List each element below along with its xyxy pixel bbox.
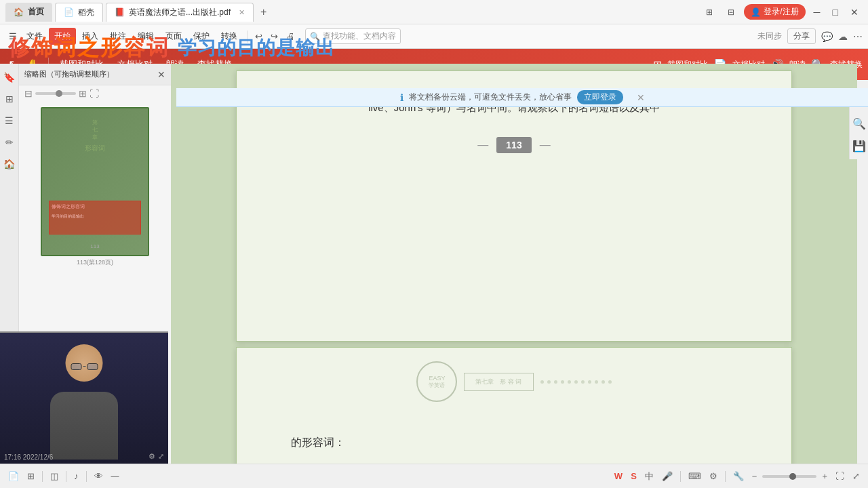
bottom-page-icon[interactable]: 📄 (5, 470, 22, 483)
dot-2 (547, 380, 551, 384)
wps-doc-icon[interactable]: W (612, 470, 625, 483)
expand-icon[interactable]: ⋯ (853, 31, 863, 42)
tab-wps[interactable]: 📄 稻壳 (55, 3, 103, 22)
menu-comment[interactable]: 批注 (104, 28, 132, 45)
menu-page[interactable]: 页面 (160, 28, 187, 45)
thumbnail-chapter: 第 七 章 形容词 (85, 119, 105, 153)
close-tab-icon[interactable]: ✕ (239, 8, 245, 17)
main-toolbar: ☰ 文件 开始 插入 批注 编辑 页面 保护 转换 ↩ ↪ 🖨 🔍 查找功能、文… (0, 24, 868, 49)
camera-controls: ⚙ ⤢ (149, 452, 164, 461)
minimize-button[interactable]: ⊞ (701, 6, 718, 18)
bottom-eye-icon[interactable]: 👁 (92, 470, 106, 483)
adjective-intro: 的形容词： (291, 436, 737, 450)
keyboard-icon[interactable]: ⌨ (686, 470, 704, 483)
add-tab-button[interactable]: + (256, 6, 271, 18)
zoom-out-icon[interactable]: ⊟ (24, 88, 33, 99)
bottom-s-icon[interactable]: S (628, 470, 639, 483)
logo-chapter-text: 第七章 形 容 词 (475, 378, 521, 386)
zoom-slider-handle[interactable] (56, 90, 62, 97)
menu-insert[interactable]: 插入 (77, 28, 104, 45)
bottom-view-icon[interactable]: ◫ (47, 470, 61, 483)
zoom-in-icon[interactable]: ⊞ (79, 88, 87, 99)
wps-icon: 📄 (64, 7, 74, 17)
bottom-separator-4 (680, 471, 681, 482)
undo-icon[interactable]: ↩ (252, 29, 266, 43)
bookmark-icon[interactable]: 🔖 (1, 69, 18, 85)
notification-close-icon[interactable]: ✕ (637, 92, 645, 103)
menu-toggle-icon[interactable]: ☰ (5, 29, 20, 43)
dots-decoration (540, 380, 612, 384)
outline-icon[interactable]: ☰ (2, 113, 16, 129)
tile-button[interactable]: ⊟ (722, 6, 740, 18)
thumbnail-icon[interactable]: ⊞ (3, 91, 16, 107)
window-minimize-button[interactable]: ─ (810, 5, 825, 19)
person-body (50, 392, 118, 460)
logo-text-box: 第七章 形 容 词 (464, 373, 533, 391)
window-close-button[interactable]: ✕ (846, 5, 863, 19)
page-number-box: — 113 — (277, 137, 751, 153)
zoom-out-bottom-icon[interactable]: − (749, 470, 760, 483)
bottom-separator-3 (86, 471, 87, 482)
tab-home[interactable]: 🏠 首页 (5, 3, 52, 22)
print-icon[interactable]: 🖨 (283, 29, 298, 43)
tab-pdf[interactable]: 📕 英语魔法师之语...出版社.pdf ✕ (106, 3, 254, 22)
annotation-icon[interactable]: ✏ (3, 134, 16, 150)
sidebar-zoom-icon[interactable]: 🔍 (850, 115, 869, 133)
bottom-tools-icon[interactable]: 🔧 (730, 470, 747, 483)
chinese-lang-icon[interactable]: 中 (642, 469, 656, 484)
search-placeholder: 查找功能、文档内容 (323, 30, 396, 42)
bottom-bar: 📄 ⊞ ◫ ♪ 👁 — W S 中 🎤 ⌨ ⚙ 🔧 − + ⛶ ⤢ (0, 464, 868, 488)
redo-icon[interactable]: ↪ (267, 29, 281, 43)
camera-time: 17:16 2022/12/6 (4, 453, 53, 461)
bottom-separator-5 (725, 471, 726, 482)
sync-status[interactable]: 未同步 (757, 30, 782, 42)
notification-bar: ℹ 将文档备份云端，可避免文件丢失，放心省事 立即登录 ✕ (176, 88, 868, 107)
dot-5 (568, 380, 571, 384)
pdf-icon: 📕 (115, 7, 125, 17)
adjective-section: 的形容词： 限定词 形容词 名词 three yellow roses （三朵黄… (237, 415, 791, 464)
sidebar-save-icon[interactable]: 💾 (850, 137, 869, 155)
thumbnail-item[interactable]: 第 七 章 形容词 修饰词之形容词 学习的目的是输出 113 113(第128页… (41, 107, 149, 267)
zoom-slider-container[interactable]: − + (749, 470, 830, 483)
fullscreen-bottom-icon[interactable]: ⤢ (850, 470, 863, 483)
menu-edit[interactable]: 编辑 (132, 28, 159, 45)
bottom-bar-right: W S 中 🎤 ⌨ ⚙ 🔧 − + ⛶ ⤢ (612, 469, 863, 484)
home-tab-label: 首页 (28, 6, 44, 18)
right-lens (87, 363, 98, 370)
dot-1 (540, 380, 544, 384)
menu-convert[interactable]: 转换 (216, 28, 243, 45)
menu-start[interactable]: 开始 (49, 28, 76, 45)
camera-expand-icon[interactable]: ⤢ (158, 452, 164, 461)
zoom-in-bottom-icon[interactable]: + (819, 470, 830, 483)
zoom-slider-handle[interactable] (789, 473, 796, 480)
login-button[interactable]: 👤 登录/注册 (744, 4, 805, 20)
share-button[interactable]: 分享 (787, 28, 816, 44)
bottom-separator-1 (42, 471, 43, 482)
cloud-icon[interactable]: ☁ (838, 31, 848, 42)
window-maximize-button[interactable]: □ (829, 5, 842, 19)
comment-icon[interactable]: 💬 (821, 31, 833, 42)
thumbnail-close-icon[interactable]: ✕ (157, 69, 165, 80)
zoom-slider[interactable] (762, 475, 816, 478)
menu-file[interactable]: 文件 (21, 28, 48, 45)
bottom-settings-icon[interactable]: ⚙ (707, 470, 720, 483)
thumbnail-zoom-slider[interactable] (35, 92, 76, 95)
watermark: EASY 学英语 第七章 形 容 词 (237, 361, 791, 402)
zoom-fit-icon[interactable]: ⛶ (833, 470, 847, 483)
notification-login-button[interactable]: 立即登录 (577, 90, 623, 104)
menu-bar: ☰ 文件 开始 插入 批注 编辑 页面 保护 转换 (5, 28, 243, 45)
menu-protect[interactable]: 保护 (188, 28, 215, 45)
user-icon: 👤 (751, 7, 761, 17)
main-content[interactable]: live、John's 等词）与名词中间。请观察以下的名词短语以及其中 — 11… (171, 64, 857, 464)
info-icon: ℹ (400, 92, 403, 103)
microphone-icon[interactable]: 🎤 (659, 470, 675, 483)
camera-settings-icon[interactable]: ⚙ (149, 452, 155, 461)
search-box[interactable]: 🔍 查找功能、文档内容 (305, 28, 401, 44)
pdf-page-1: live、John's 等词）与名词中间。请观察以下的名词短语以及其中 — 11… (236, 70, 792, 342)
home2-icon[interactable]: 🏠 (1, 156, 18, 172)
bottom-grid-icon[interactable]: ⊞ (24, 470, 37, 483)
fullscreen-icon[interactable]: ⛶ (90, 88, 99, 99)
thumbnail-image: 第 七 章 形容词 修饰词之形容词 学习的目的是输出 113 (41, 107, 149, 256)
thumbnail-red-section: 修饰词之形容词 学习的目的是输出 (49, 201, 141, 235)
bottom-audio-icon[interactable]: ♪ (71, 470, 81, 483)
